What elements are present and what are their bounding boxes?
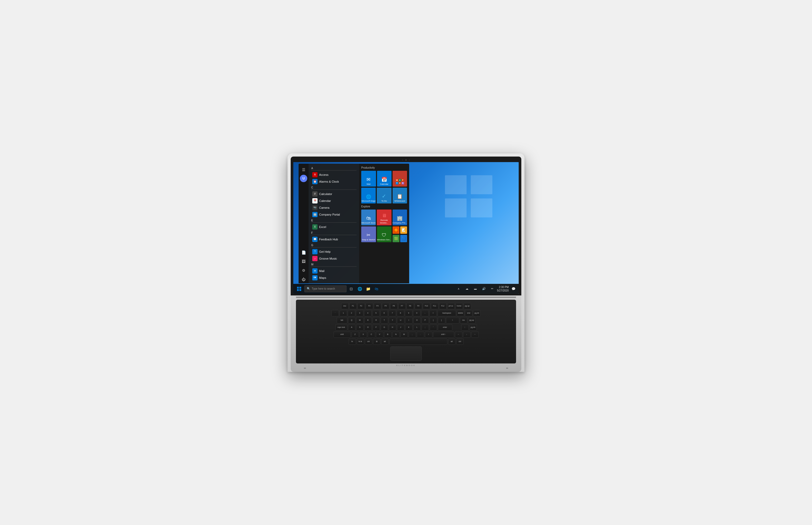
sidebar-pictures-icon[interactable]: 🖼 bbox=[300, 257, 308, 266]
key-prtsc[interactable]: prt sc bbox=[447, 303, 455, 309]
key-slash[interactable]: / bbox=[425, 331, 432, 338]
key-esc[interactable]: esc bbox=[341, 303, 348, 309]
key-9[interactable]: 9 bbox=[405, 310, 412, 316]
key-space[interactable] bbox=[389, 339, 447, 345]
key-g[interactable]: G bbox=[381, 324, 388, 330]
key-f8[interactable]: F8 bbox=[407, 303, 414, 309]
key-5[interactable]: 5 bbox=[372, 310, 380, 316]
tile-whiteboard[interactable]: 📋 Whiteboard bbox=[393, 188, 407, 204]
key-2[interactable]: 2 bbox=[348, 310, 355, 316]
key-h[interactable]: H bbox=[389, 324, 396, 330]
key-y[interactable]: Y bbox=[389, 317, 396, 324]
key-r[interactable]: R bbox=[373, 317, 380, 324]
key-comma[interactable]: , bbox=[409, 331, 416, 338]
app-company-portal[interactable]: 🏢 Company Portal bbox=[311, 211, 357, 218]
key-ins[interactable]: ins bbox=[460, 317, 467, 324]
key-win[interactable]: ⊞ bbox=[373, 339, 380, 345]
key-arrow-left[interactable]: ← bbox=[455, 331, 462, 338]
app-calculator[interactable]: # Calculator bbox=[311, 191, 357, 197]
key-lbracket[interactable]: [ bbox=[430, 317, 437, 324]
key-k[interactable]: K bbox=[405, 324, 412, 330]
tile-ms-store[interactable]: 🛍 Microsoft Store bbox=[361, 210, 376, 225]
key-f2[interactable]: F2 bbox=[358, 303, 365, 309]
key-caps[interactable]: caps lock bbox=[335, 324, 347, 330]
key-f4[interactable]: F4 bbox=[374, 303, 381, 309]
key-x[interactable]: X bbox=[360, 331, 367, 338]
sidebar-avatar[interactable]: U bbox=[300, 175, 307, 182]
key-backslash[interactable]: \ bbox=[446, 317, 459, 324]
key-4[interactable]: 4 bbox=[364, 310, 372, 316]
key-end[interactable]: end bbox=[465, 310, 472, 316]
key-backtick[interactable]: ` bbox=[331, 310, 339, 316]
key-e[interactable]: E bbox=[364, 317, 372, 324]
sidebar-documents-icon[interactable]: 📄 bbox=[300, 249, 308, 256]
key-6[interactable]: 6 bbox=[380, 310, 388, 316]
key-0[interactable]: 0 bbox=[413, 310, 421, 316]
key-fn[interactable]: fn bbox=[348, 339, 356, 345]
key-del[interactable]: delete bbox=[457, 310, 464, 316]
key-u[interactable]: U bbox=[397, 317, 404, 324]
key-pgdn[interactable]: pg dn bbox=[473, 310, 481, 316]
key-w[interactable]: W bbox=[356, 317, 364, 324]
tray-notifications-icon[interactable]: 💬 bbox=[510, 285, 517, 292]
taskbar-store-icon[interactable]: 🛍 bbox=[373, 285, 380, 292]
key-t[interactable]: T bbox=[381, 317, 388, 324]
app-maps[interactable]: 🗺 Maps bbox=[311, 274, 357, 281]
key-f[interactable]: F bbox=[373, 324, 380, 330]
key-i[interactable]: I bbox=[405, 317, 412, 324]
key-alt-l[interactable]: alt bbox=[381, 339, 389, 345]
key-z[interactable]: Z bbox=[352, 331, 359, 338]
key-shift-l[interactable]: shift bbox=[333, 331, 351, 338]
tile-small-orange[interactable]: 🔶 bbox=[393, 226, 400, 234]
tray-chevron-icon[interactable]: ∧ bbox=[455, 285, 462, 292]
key-1[interactable]: 1 bbox=[340, 310, 347, 316]
key-pgup2[interactable]: pg up bbox=[468, 317, 475, 324]
key-rbracket[interactable]: ] bbox=[438, 317, 445, 324]
app-get-help[interactable]: ? Get Help bbox=[311, 248, 357, 255]
key-f1[interactable]: F1 bbox=[349, 303, 357, 309]
key-backspace[interactable]: backspace bbox=[438, 310, 456, 316]
key-f10[interactable]: F10 bbox=[423, 303, 430, 309]
tile-company-portal-2[interactable]: 🏢 Company Por... bbox=[393, 210, 407, 225]
key-s[interactable]: S bbox=[356, 324, 364, 330]
key-alt-r[interactable]: alt bbox=[448, 339, 455, 345]
tray-pen-icon[interactable]: ✏ bbox=[489, 285, 496, 292]
app-groove-music[interactable]: ♪ Groove Music bbox=[311, 255, 357, 262]
key-f5[interactable]: F5 bbox=[382, 303, 389, 309]
tray-display-icon[interactable]: ▬ bbox=[472, 285, 479, 292]
key-d[interactable]: D bbox=[364, 324, 372, 330]
key-p[interactable]: P bbox=[422, 317, 429, 324]
taskbar-search[interactable]: 🔍 Type here to search bbox=[304, 285, 346, 292]
tile-edge[interactable]: 🌐 Microsoft Edge bbox=[361, 188, 376, 204]
tray-speaker-icon[interactable]: 🔊 bbox=[480, 285, 488, 292]
key-shift-r[interactable]: shift ↑ bbox=[433, 331, 454, 338]
sidebar-menu-icon[interactable]: ☰ bbox=[300, 166, 308, 174]
key-v[interactable]: V bbox=[376, 331, 384, 338]
sidebar-settings-icon[interactable]: ⚙ bbox=[300, 267, 308, 274]
key-f3[interactable]: F3 bbox=[366, 303, 373, 309]
key-f9[interactable]: F9 bbox=[415, 303, 422, 309]
key-ctrl-l[interactable]: ctrl bbox=[365, 339, 372, 345]
tile-todo[interactable]: ✓ To Do bbox=[377, 188, 391, 204]
key-f6[interactable]: F6 bbox=[390, 303, 397, 309]
app-mail[interactable]: ✉ Mail bbox=[311, 268, 357, 274]
key-q[interactable]: Q bbox=[348, 317, 356, 324]
key-l[interactable]: L bbox=[413, 324, 421, 330]
key-3[interactable]: 3 bbox=[356, 310, 363, 316]
key-pgdn2[interactable]: pg dn bbox=[469, 324, 477, 330]
app-feedback-hub[interactable]: 💬 Feedback Hub bbox=[311, 236, 357, 243]
key-pgup[interactable]: pg up bbox=[464, 303, 471, 309]
key-n[interactable]: N bbox=[392, 331, 400, 338]
key-f12[interactable]: F12 bbox=[439, 303, 447, 309]
key-semicolon[interactable]: ; bbox=[422, 324, 429, 330]
key-f7[interactable]: F7 bbox=[399, 303, 406, 309]
app-camera[interactable]: 📷 Camera bbox=[311, 204, 357, 211]
key-c[interactable]: C bbox=[368, 331, 375, 338]
tray-network-icon[interactable]: ☁ bbox=[464, 285, 471, 292]
key-a[interactable]: A bbox=[348, 324, 356, 330]
key-8[interactable]: 8 bbox=[397, 310, 404, 316]
key-arrow-down[interactable]: ↓ bbox=[463, 331, 470, 338]
key-equals[interactable]: = bbox=[430, 310, 437, 316]
time-display[interactable]: 2:30 PM 5/27/2020 bbox=[497, 285, 509, 292]
taskbar-taskview[interactable]: ⊡ bbox=[347, 285, 355, 292]
